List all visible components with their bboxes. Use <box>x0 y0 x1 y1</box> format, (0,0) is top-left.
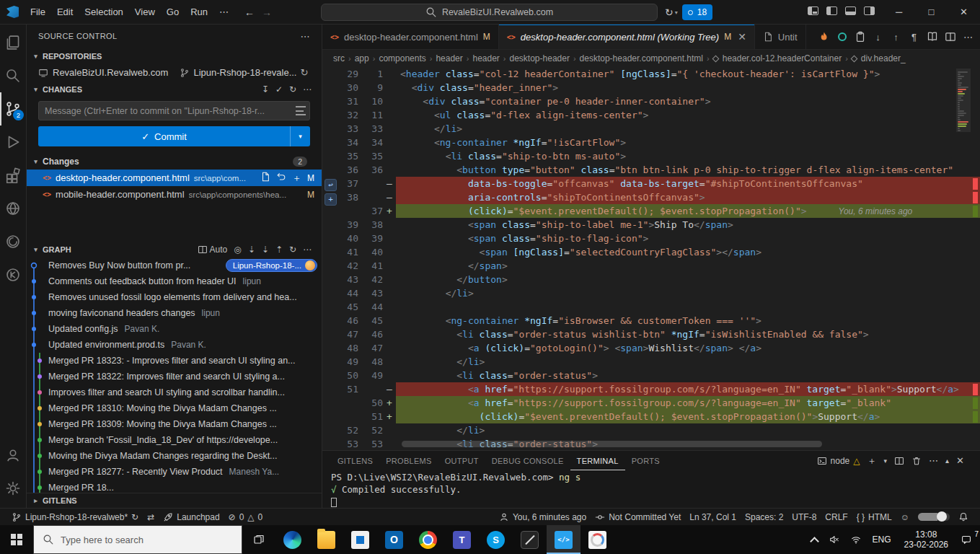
minimize-button[interactable]: ─ <box>883 0 915 24</box>
source-control-icon[interactable]: 2 <box>0 92 26 126</box>
status-cursor-position[interactable]: Ln 37, Col 1 <box>685 512 741 522</box>
start-button[interactable] <box>0 525 33 554</box>
commit-check-icon[interactable]: ✓ <box>275 84 283 94</box>
code-line[interactable]: 3211 <ul class="d-flex align-items-cente… <box>322 108 980 122</box>
code-line[interactable]: 50+ <a href="https://support.fossilgroup… <box>322 396 980 410</box>
gitlens-icon[interactable] <box>0 225 26 258</box>
stage-changes-icon[interactable]: ＋ <box>292 172 301 185</box>
commit-message-input[interactable] <box>38 101 310 120</box>
panel-tab-terminal[interactable]: TERMINAL <box>570 451 625 470</box>
commit-options-icon[interactable] <box>296 106 306 115</box>
sync-icon[interactable]: ↻ <box>131 512 138 522</box>
status-blame[interactable]: You, 6 minutes ago <box>495 512 591 522</box>
search-icon[interactable] <box>0 59 26 92</box>
code-line[interactable]: 291<header class="col-12 headerContainer… <box>322 67 980 81</box>
code-line[interactable]: 51– <a href="https://support.fossilgroup… <box>322 382 980 396</box>
graph-commit-row[interactable]: Merged PR 18... <box>27 480 322 493</box>
repo-branch[interactable]: Lipun-Rshop-18-revale... ↻ <box>180 67 308 78</box>
nav-back-icon[interactable]: ← <box>244 6 255 18</box>
graph-commit-row[interactable]: Merged PR 18309: Moving the Divya Madam … <box>27 416 322 432</box>
branch-badge[interactable]: Lipun-Rshop-18-... <box>226 259 317 272</box>
code-line[interactable]: 51+ (click)="$event.preventDefault(); $e… <box>322 410 980 423</box>
breadcrumb-item[interactable]: header <box>472 53 499 63</box>
file-explorer-icon[interactable] <box>309 525 343 554</box>
changed-file-row[interactable]: <> desktop-header.component.html src\app… <box>27 170 322 186</box>
close-tab-icon[interactable]: ✕ <box>738 31 746 43</box>
store-icon[interactable] <box>343 525 377 554</box>
task-view-icon[interactable] <box>242 525 275 554</box>
graph-commit-row[interactable]: Merged PR 18310: Moving the Divya Madam … <box>27 400 322 416</box>
code-line[interactable]: 38– aria-controls="shipToContinentsOffca… <box>322 190 980 204</box>
code-line[interactable]: 4948 </li> <box>322 355 980 369</box>
tray-expand-icon[interactable] <box>805 525 824 554</box>
code-line[interactable]: 4241 </span> <box>322 259 980 273</box>
taskbar-search[interactable] <box>33 525 242 554</box>
settings-gear-icon[interactable] <box>0 472 26 505</box>
status-commit[interactable]: Not Committed Yet <box>591 512 685 522</box>
panel-tab-problems[interactable]: PROBLEMS <box>379 451 438 470</box>
breadcrumb-item[interactable]: app <box>355 53 369 63</box>
code-line[interactable]: 37– data-bs-toggle="offcanvas" data-bs-t… <box>322 177 980 190</box>
discard-changes-icon[interactable] <box>276 172 286 184</box>
repository-row[interactable]: RevaleBizUI.Revalweb.com Lipun-Rshop-18-… <box>27 64 322 81</box>
changes-tree-header[interactable]: ▾ Changes 2 <box>27 153 322 170</box>
panel-tab-output[interactable]: OUTPUT <box>438 451 485 470</box>
code-line[interactable]: 309 <div class="header_inner"> <box>322 81 980 94</box>
columns-icon[interactable]: Auto <box>198 245 228 255</box>
more-actions-icon[interactable]: ⋯ <box>301 31 310 42</box>
open-file-icon[interactable] <box>260 172 270 184</box>
split-editor-icon[interactable] <box>941 31 959 43</box>
code-line[interactable]: 4342 </button> <box>322 273 980 286</box>
skype-icon[interactable] <box>479 525 513 554</box>
command-center-search[interactable]: RevaleBizUI.Revalweb.com <box>321 4 658 21</box>
revert-change-icon[interactable]: ↩ <box>325 179 337 191</box>
pen-app-icon[interactable] <box>513 525 547 554</box>
sync-dropdown-icon[interactable]: ↻▾ <box>665 6 678 18</box>
session-badge[interactable]: 18 <box>682 4 712 20</box>
kill-terminal-icon[interactable] <box>911 456 922 466</box>
commit-dropdown-icon[interactable]: ▾ <box>291 126 310 146</box>
code-line[interactable]: 4443 </li> <box>322 286 980 300</box>
notification-center-icon[interactable]: 7 <box>955 525 980 554</box>
changes-header[interactable]: ▾ CHANGES ↧ ✓ ↻ ⋯ <box>27 81 322 97</box>
status-launchpad[interactable]: Launchpad <box>159 509 224 525</box>
menu-file[interactable]: File <box>25 4 51 19</box>
language-indicator[interactable]: ENG <box>867 525 897 554</box>
minimap[interactable] <box>958 67 970 450</box>
changed-file-row[interactable]: <> mobile-header.component.html src\app\… <box>27 186 322 203</box>
code-line[interactable]: 3938 <span class="ship-to-label me-1">Sh… <box>322 218 980 232</box>
status-language[interactable]: { }HTML <box>852 512 896 522</box>
split-terminal-icon[interactable] <box>894 456 904 466</box>
customize-layout-icon[interactable] <box>803 6 822 17</box>
code-line[interactable]: 4847 <a (click)="gotoLogin()"> <span>Wis… <box>322 341 980 355</box>
push-icon[interactable]: ⇡ <box>275 245 283 255</box>
edge-icon[interactable] <box>275 525 309 554</box>
extensions-icon[interactable] <box>0 159 26 192</box>
kubernetes-icon[interactable] <box>0 258 26 291</box>
breadcrumb-item[interactable]: header.col-12.headerContainer <box>713 53 842 63</box>
status-slider[interactable] <box>914 513 954 521</box>
refresh-icon[interactable]: ↻ <box>289 245 296 255</box>
graph-commit-row[interactable]: Removes Buy Now button from pr...Lipun-R… <box>27 258 322 273</box>
status-compare[interactable]: ⇄ <box>143 509 159 525</box>
close-button[interactable]: ✕ <box>948 0 980 24</box>
terminal-profile[interactable]: node △ <box>817 456 860 466</box>
graph-commit-row[interactable]: Merged PR 18322: Improves filter and sea… <box>27 369 322 384</box>
menu-selection[interactable]: Selection <box>79 4 128 19</box>
editor-tab-1[interactable]: <> desktop-header.component.html (Workin… <box>499 25 755 49</box>
graph-commit-row[interactable]: Merge branch 'Fossil_India_18_Dev' of ht… <box>27 432 322 448</box>
horizontal-scrollbar[interactable] <box>402 441 822 447</box>
editor-tab-0[interactable]: <> desktop-header.component.html M <box>322 25 499 49</box>
refresh-icon[interactable]: ↻ <box>289 84 296 94</box>
account-icon[interactable] <box>0 439 26 472</box>
menu-go[interactable]: Go <box>161 4 185 19</box>
code-line[interactable]: 4544 <box>322 300 980 314</box>
navigate-up-icon[interactable]: ↑ <box>887 32 905 43</box>
graph-commit-row[interactable]: Improves filter and search UI styling an… <box>27 384 322 400</box>
stage-change-icon[interactable]: + <box>325 193 337 206</box>
vscode-icon[interactable] <box>547 525 581 554</box>
code-line[interactable]: 5049 <li class="order-status"> <box>322 369 980 382</box>
menu-edit[interactable]: Edit <box>51 4 79 19</box>
feedback-smiley-icon[interactable]: ☺ <box>896 512 914 522</box>
network-icon[interactable] <box>845 525 867 554</box>
